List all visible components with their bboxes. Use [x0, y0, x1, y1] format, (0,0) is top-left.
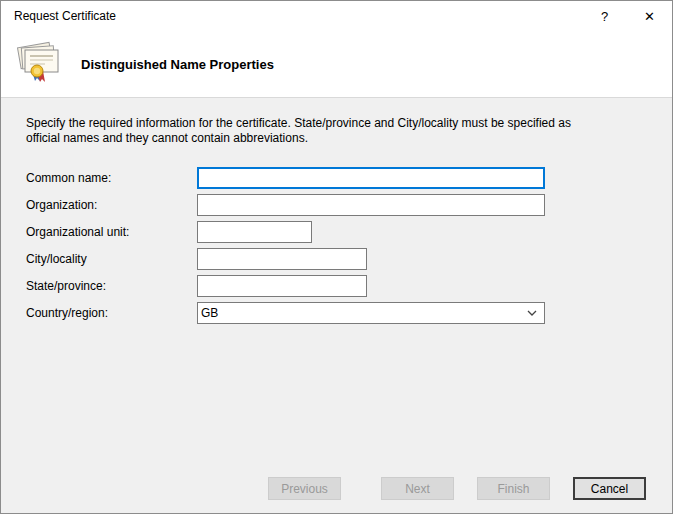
country-region-select[interactable]: GB — [197, 302, 545, 324]
request-certificate-dialog: Request Certificate ? ✕ — [0, 0, 673, 514]
close-icon: ✕ — [644, 9, 655, 24]
organizational-unit-label: Organizational unit: — [26, 225, 197, 239]
wizard-body: Specify the required information for the… — [1, 98, 672, 513]
city-locality-input[interactable] — [197, 248, 367, 270]
common-name-input[interactable] — [197, 167, 545, 189]
state-province-input[interactable] — [197, 275, 367, 297]
country-region-label: Country/region: — [26, 306, 197, 320]
organizational-unit-input[interactable] — [197, 221, 312, 243]
help-icon: ? — [601, 9, 608, 24]
organization-label: Organization: — [26, 198, 197, 212]
instructions-text: Specify the required information for the… — [26, 116, 576, 146]
page-title: Distinguished Name Properties — [81, 57, 274, 72]
help-button[interactable]: ? — [582, 1, 627, 31]
city-locality-row: City/locality — [26, 248, 672, 270]
state-province-row: State/province: — [26, 275, 672, 297]
close-button[interactable]: ✕ — [627, 1, 672, 31]
window-title: Request Certificate — [1, 9, 582, 23]
state-province-label: State/province: — [26, 279, 197, 293]
finish-button[interactable]: Finish — [477, 477, 550, 500]
wizard-footer: Previous Next Finish Cancel — [1, 477, 672, 500]
next-button[interactable]: Next — [381, 477, 454, 500]
titlebar: Request Certificate ? ✕ — [1, 1, 672, 31]
country-region-row: Country/region: GB — [26, 302, 672, 324]
certificate-icon — [15, 41, 65, 87]
common-name-row: Common name: — [26, 167, 672, 189]
cancel-button[interactable]: Cancel — [573, 477, 646, 500]
wizard-header: Distinguished Name Properties — [1, 31, 672, 98]
organizational-unit-row: Organizational unit: — [26, 221, 672, 243]
organization-row: Organization: — [26, 194, 672, 216]
city-locality-label: City/locality — [26, 252, 197, 266]
common-name-label: Common name: — [26, 171, 197, 185]
organization-input[interactable] — [197, 194, 545, 216]
previous-button[interactable]: Previous — [268, 477, 341, 500]
